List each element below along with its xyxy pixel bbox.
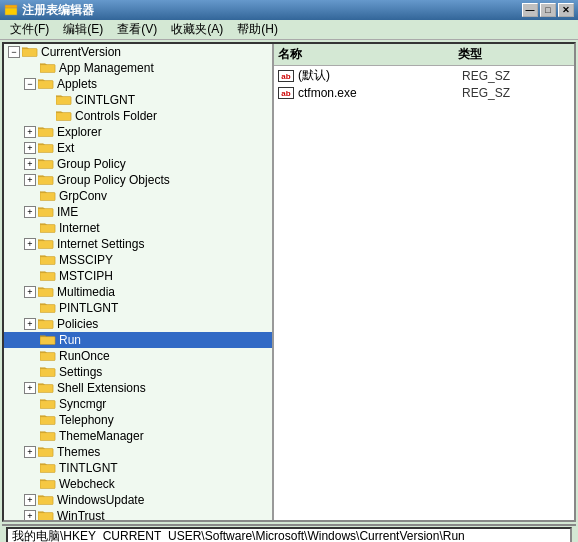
menu-item-favorites[interactable]: 收藏夹(A) bbox=[165, 20, 229, 39]
svg-rect-18 bbox=[40, 305, 55, 313]
folder-icon bbox=[40, 253, 56, 267]
tree-item-label: CINTLGNT bbox=[75, 93, 135, 107]
tree-item[interactable]: + Explorer bbox=[4, 124, 272, 140]
folder-icon bbox=[38, 285, 54, 299]
reg-value-icon: ab bbox=[278, 70, 294, 82]
tree-item-label: ThemeManager bbox=[59, 429, 144, 443]
tree-item-label: WinTrust bbox=[57, 509, 105, 520]
svg-rect-13 bbox=[40, 225, 55, 233]
status-path: 我的电脑\HKEY_CURRENT_USER\Software\Microsof… bbox=[6, 527, 572, 542]
registry-item[interactable]: ab ctfmon.exe REG_SZ bbox=[274, 85, 574, 101]
tree-item-label: RunOnce bbox=[59, 349, 110, 363]
tree-item[interactable]: CINTLGNT bbox=[4, 92, 272, 108]
tree-item-label: Policies bbox=[57, 317, 98, 331]
tree-item-label: Group Policy Objects bbox=[57, 173, 170, 187]
folder-icon bbox=[38, 237, 54, 251]
tree-item-label: App Management bbox=[59, 61, 154, 75]
tree-item[interactable]: GrpConv bbox=[4, 188, 272, 204]
svg-rect-8 bbox=[38, 145, 53, 153]
folder-icon bbox=[40, 477, 56, 491]
tree-item-label: Shell Extensions bbox=[57, 381, 146, 395]
tree-item[interactable]: Telephony bbox=[4, 412, 272, 428]
tree-item-label: Run bbox=[59, 333, 81, 347]
svg-rect-28 bbox=[40, 465, 55, 473]
svg-rect-29 bbox=[40, 481, 55, 489]
svg-rect-14 bbox=[38, 241, 53, 249]
tree-item[interactable]: + Internet Settings bbox=[4, 236, 272, 252]
tree-item-label: GrpConv bbox=[59, 189, 107, 203]
tree-item-label: Controls Folder bbox=[75, 109, 157, 123]
tree-item[interactable]: Webcheck bbox=[4, 476, 272, 492]
tree-item[interactable]: RunOnce bbox=[4, 348, 272, 364]
folder-icon bbox=[40, 397, 56, 411]
tree-item[interactable]: − Applets bbox=[4, 76, 272, 92]
tree-item[interactable]: + Group Policy Objects bbox=[4, 172, 272, 188]
tree-item[interactable]: + Group Policy bbox=[4, 156, 272, 172]
tree-item-label: Applets bbox=[57, 77, 97, 91]
tree-item[interactable]: + Multimedia bbox=[4, 284, 272, 300]
minimize-button[interactable]: — bbox=[522, 3, 538, 17]
folder-icon bbox=[22, 45, 38, 59]
svg-rect-9 bbox=[38, 161, 53, 169]
folder-icon bbox=[40, 413, 56, 427]
tree-item[interactable]: + IME bbox=[4, 204, 272, 220]
folder-icon bbox=[38, 381, 54, 395]
tree-item[interactable]: TINTLGNT bbox=[4, 460, 272, 476]
reg-item-type: REG_SZ bbox=[462, 86, 570, 100]
tree-item[interactable]: Controls Folder bbox=[4, 108, 272, 124]
reg-item-type: REG_SZ bbox=[462, 69, 570, 83]
close-button[interactable]: ✕ bbox=[558, 3, 574, 17]
svg-rect-30 bbox=[38, 497, 53, 505]
tree-item-label: TINTLGNT bbox=[59, 461, 118, 475]
folder-icon bbox=[40, 333, 56, 347]
tree-item[interactable]: MSTCIPH bbox=[4, 268, 272, 284]
tree-item[interactable]: + Ext bbox=[4, 140, 272, 156]
tree-item[interactable]: + Shell Extensions bbox=[4, 380, 272, 396]
menu-item-edit[interactable]: 编辑(E) bbox=[57, 20, 109, 39]
tree-item[interactable]: App Management bbox=[4, 60, 272, 76]
tree-item[interactable]: PINTLGNT bbox=[4, 300, 272, 316]
tree-item[interactable]: + WinTrust bbox=[4, 508, 272, 520]
folder-icon bbox=[40, 365, 56, 379]
maximize-button[interactable]: □ bbox=[540, 3, 556, 17]
folder-icon bbox=[40, 61, 56, 75]
svg-rect-21 bbox=[40, 353, 55, 361]
menu-item-help[interactable]: 帮助(H) bbox=[231, 20, 284, 39]
tree-item[interactable]: Internet bbox=[4, 220, 272, 236]
tree-item[interactable]: + Policies bbox=[4, 316, 272, 332]
svg-rect-19 bbox=[38, 321, 53, 329]
registry-item[interactable]: ab (默认) REG_SZ bbox=[274, 66, 574, 85]
tree-item-label: Settings bbox=[59, 365, 102, 379]
col-name: 名称 bbox=[278, 46, 458, 63]
folder-icon bbox=[40, 429, 56, 443]
folder-icon bbox=[38, 141, 54, 155]
svg-rect-23 bbox=[38, 385, 53, 393]
title-bar: 注册表编辑器 — □ ✕ bbox=[0, 0, 578, 20]
tree-item[interactable]: + Themes bbox=[4, 444, 272, 460]
folder-icon bbox=[40, 301, 56, 315]
tree-item[interactable]: ThemeManager bbox=[4, 428, 272, 444]
tree-item-label: Syncmgr bbox=[59, 397, 106, 411]
menu-item-view[interactable]: 查看(V) bbox=[111, 20, 163, 39]
tree-item-label: Webcheck bbox=[59, 477, 115, 491]
tree-item[interactable]: + WindowsUpdate bbox=[4, 492, 272, 508]
app-icon bbox=[4, 3, 18, 17]
svg-rect-2 bbox=[22, 49, 37, 57]
menu-item-file[interactable]: 文件(F) bbox=[4, 20, 55, 39]
svg-rect-11 bbox=[40, 193, 55, 201]
folder-icon bbox=[38, 77, 54, 91]
folder-icon bbox=[40, 221, 56, 235]
folder-icon bbox=[40, 349, 56, 363]
right-pane: 名称 类型 ab (默认) REG_SZ ab ctfmon.exe REG_S… bbox=[274, 44, 574, 520]
svg-rect-1 bbox=[5, 5, 17, 8]
tree-pane[interactable]: − CurrentVersion App Management− Applets… bbox=[4, 44, 274, 520]
window-controls: — □ ✕ bbox=[522, 3, 574, 17]
main-area: − CurrentVersion App Management− Applets… bbox=[2, 42, 576, 522]
svg-rect-27 bbox=[38, 449, 53, 457]
tree-item[interactable]: Syncmgr bbox=[4, 396, 272, 412]
tree-item[interactable]: Settings bbox=[4, 364, 272, 380]
tree-item-label: Telephony bbox=[59, 413, 114, 427]
tree-item[interactable]: MSSCIPY bbox=[4, 252, 272, 268]
tree-item[interactable]: − CurrentVersion bbox=[4, 44, 272, 60]
tree-item[interactable]: Run bbox=[4, 332, 272, 348]
